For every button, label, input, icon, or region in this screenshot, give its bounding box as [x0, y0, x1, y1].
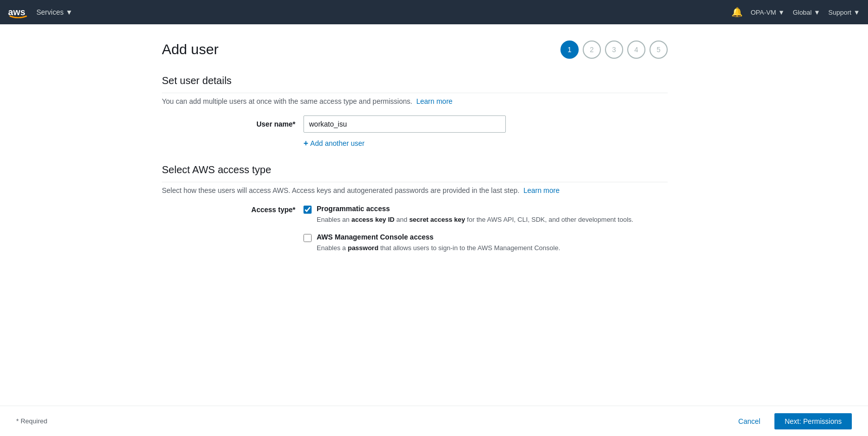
- region-label: Global: [793, 9, 812, 16]
- username-label: User name*: [223, 120, 303, 128]
- support-chevron-icon: ▼: [853, 9, 860, 16]
- services-chevron-icon: ▼: [66, 8, 73, 16]
- step-1[interactable]: 1: [560, 41, 579, 59]
- username-input[interactable]: [303, 115, 506, 133]
- username-row: User name*: [162, 115, 668, 133]
- add-user-row: + Add another user: [243, 139, 668, 148]
- plus-icon: +: [303, 139, 308, 148]
- support-label: Support: [829, 9, 852, 16]
- access-options: Programmatic access Enables an access ke…: [303, 205, 633, 253]
- cancel-button[interactable]: Cancel: [730, 413, 769, 429]
- access-type-row: Access type* Programmatic access Enables…: [162, 205, 668, 253]
- aws-access-type-section: Select AWS access type Select how these …: [162, 164, 668, 253]
- set-user-details-desc: You can add multiple users at once with …: [162, 97, 668, 105]
- aws-logo-svg: aws: [8, 6, 28, 18]
- programmatic-access-title: Programmatic access: [317, 205, 633, 213]
- step-indicator: 1 2 3 4 5: [560, 41, 668, 59]
- svg-text:aws: aws: [8, 7, 25, 17]
- programmatic-access-checkbox[interactable]: [303, 206, 312, 214]
- programmatic-access-desc: Enables an access key ID and secret acce…: [317, 215, 633, 225]
- content-area: Add user 1 2 3 4 5 Set user details You …: [0, 24, 708, 406]
- console-access-content: AWS Management Console access Enables a …: [317, 233, 560, 253]
- aws-access-type-title: Select AWS access type: [162, 164, 668, 182]
- set-user-details-title: Set user details: [162, 75, 668, 93]
- set-user-details-section: Set user details You can add multiple us…: [162, 75, 668, 148]
- step-5[interactable]: 5: [649, 41, 668, 59]
- page-header: Add user 1 2 3 4 5: [162, 41, 668, 59]
- aws-logo[interactable]: aws: [8, 6, 28, 18]
- programmatic-access-option: Programmatic access Enables an access ke…: [303, 205, 633, 225]
- footer-actions: Cancel Next: Permissions: [730, 413, 852, 429]
- bell-icon[interactable]: 🔔: [731, 7, 743, 18]
- console-access-title: AWS Management Console access: [317, 233, 560, 241]
- support-menu[interactable]: Support ▼: [829, 9, 860, 16]
- next-permissions-button[interactable]: Next: Permissions: [774, 413, 852, 429]
- user-label: OPA-VM: [751, 9, 776, 16]
- aws-access-type-desc: Select how these users will access AWS. …: [162, 186, 668, 194]
- main-wrapper: Add user 1 2 3 4 5 Set user details You …: [0, 24, 868, 436]
- access-type-label: Access type*: [223, 205, 303, 214]
- region-menu[interactable]: Global ▼: [793, 9, 820, 16]
- console-access-option: AWS Management Console access Enables a …: [303, 233, 633, 253]
- region-chevron-icon: ▼: [814, 9, 820, 16]
- step-2[interactable]: 2: [583, 41, 601, 59]
- nav-right: 🔔 OPA-VM ▼ Global ▼ Support ▼: [731, 7, 860, 18]
- required-note: * Required: [16, 417, 47, 425]
- services-nav-item[interactable]: Services ▼: [36, 8, 73, 16]
- page-title: Add user: [162, 42, 219, 58]
- programmatic-access-content: Programmatic access Enables an access ke…: [317, 205, 633, 225]
- step-3[interactable]: 3: [605, 41, 623, 59]
- console-access-checkbox[interactable]: [303, 234, 312, 242]
- user-chevron-icon: ▼: [778, 9, 785, 16]
- aws-access-type-learn-more[interactable]: Learn more: [524, 186, 560, 194]
- step-4[interactable]: 4: [627, 41, 645, 59]
- navbar: aws Services ▼ 🔔 OPA-VM ▼ Global ▼ Suppo…: [0, 0, 868, 24]
- add-another-user-button[interactable]: + Add another user: [303, 139, 365, 148]
- user-menu[interactable]: OPA-VM ▼: [751, 9, 785, 16]
- set-user-details-learn-more[interactable]: Learn more: [416, 97, 453, 105]
- footer-bar: * Required Cancel Next: Permissions: [0, 406, 868, 436]
- console-access-desc: Enables a password that allows users to …: [317, 243, 560, 253]
- services-label: Services: [36, 8, 64, 16]
